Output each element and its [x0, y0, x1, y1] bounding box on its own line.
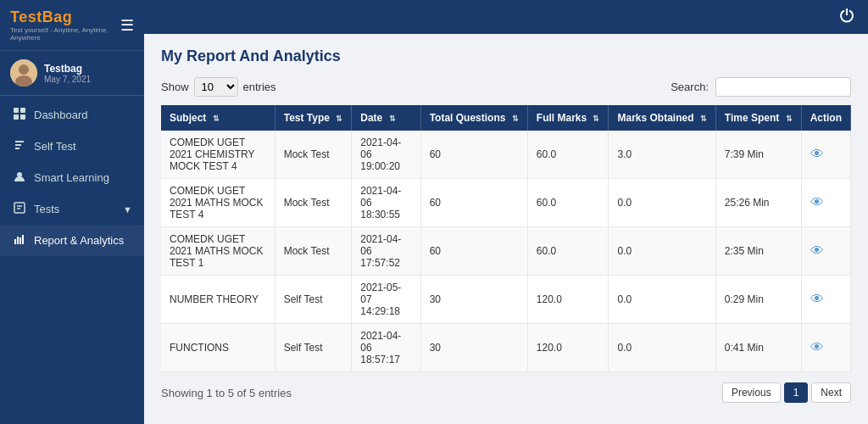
sidebar-item-tests-label: Tests [34, 203, 59, 215]
col-full-marks[interactable]: Full Marks ⇅ [527, 105, 609, 131]
view-action-icon[interactable]: 👁 [810, 147, 824, 161]
cell-marks-obtained: 0.0 [609, 227, 715, 276]
sort-icon-time-spent: ⇅ [786, 114, 793, 123]
user-section: Testbag May 7, 2021 [0, 51, 144, 96]
svg-rect-3 [14, 108, 19, 113]
cell-subject: COMEDK UGET 2021 CHEMISTRY MOCK TEST 4 [161, 131, 275, 179]
table-row: COMEDK UGET 2021 MATHS MOCK TEST 1 Mock … [161, 227, 851, 276]
pagination-controls: Previous 1 Next [722, 382, 851, 403]
entries-select[interactable]: 10 25 50 100 [194, 77, 238, 97]
cell-action: 👁 [801, 131, 850, 179]
col-total-questions[interactable]: Total Questions ⇅ [420, 105, 527, 131]
main-content: My Report And Analytics Show 10 25 50 10… [144, 0, 868, 424]
col-marks-obtained[interactable]: Marks Obtained ⇅ [609, 105, 715, 131]
user-date: May 7, 2021 [44, 75, 91, 84]
report-analytics-icon [12, 233, 27, 248]
cell-marks-obtained: 3.0 [609, 131, 715, 179]
showing-text: Showing 1 to 5 of 5 entries [161, 387, 292, 399]
hamburger-button[interactable]: ☰ [120, 16, 134, 35]
view-action-icon[interactable]: 👁 [810, 340, 824, 354]
cell-subject: FUNCTIONS [161, 324, 275, 372]
cell-date: 2021-04-06 18:57:17 [352, 324, 420, 372]
table-row: FUNCTIONS Self Test 2021-04-06 18:57:17 … [161, 324, 851, 372]
search-input[interactable] [715, 77, 851, 97]
next-button[interactable]: Next [811, 382, 851, 403]
brand-name: TestBag [10, 8, 112, 26]
cell-total-questions: 60 [420, 227, 527, 276]
cell-time-spent: 0:29 Min [715, 276, 801, 324]
show-label: Show [161, 81, 189, 93]
avatar [10, 59, 37, 86]
svg-rect-9 [14, 239, 16, 244]
brand-tagline: Test yourself - Anytime, Anytime, Anywhe… [10, 26, 112, 42]
power-button[interactable] [839, 8, 854, 26]
table-row: NUMBER THEORY Self Test 2021-05-07 14:29… [161, 276, 851, 324]
show-entries: Show 10 25 50 100 entries [161, 77, 276, 97]
self-test-icon [12, 139, 27, 153]
cell-test-type: Mock Test [275, 227, 352, 276]
cell-marks-obtained: 0.0 [609, 276, 715, 324]
cell-date: 2021-04-06 19:00:20 [352, 131, 420, 179]
cell-time-spent: 7:39 Min [715, 131, 801, 179]
cell-action: 👁 [801, 276, 850, 324]
logo: TestBag Test yourself - Anytime, Anytime… [10, 8, 112, 42]
table-header-row: Subject ⇅ Test Type ⇅ Date ⇅ Total Quest… [161, 105, 851, 131]
tests-icon [12, 202, 27, 216]
sidebar-item-report-analytics-label: Report & Analytics [34, 234, 124, 247]
sort-icon-marks-obtained: ⇅ [700, 114, 707, 123]
sidebar-item-self-test[interactable]: Self Test [0, 131, 144, 162]
cell-full-marks: 60.0 [527, 179, 609, 227]
sidebar-item-self-test-label: Self Test [34, 140, 76, 153]
sort-icon-subject: ⇅ [213, 114, 220, 123]
cell-action: 👁 [801, 179, 850, 227]
sidebar-item-dashboard[interactable]: Dashboard [0, 99, 144, 131]
cell-time-spent: 2:35 Min [715, 227, 801, 276]
col-action: Action [801, 105, 850, 131]
svg-point-1 [19, 64, 29, 75]
cell-date: 2021-04-06 17:57:52 [352, 227, 420, 276]
cell-total-questions: 30 [420, 276, 527, 324]
sidebar-item-report-analytics[interactable]: Report & Analytics [0, 225, 144, 256]
sidebar-item-smart-learning[interactable]: Smart Learning [0, 162, 144, 193]
view-action-icon[interactable]: 👁 [810, 195, 824, 209]
cell-subject: NUMBER THEORY [161, 276, 275, 324]
sidebar-item-smart-learning-label: Smart Learning [34, 171, 109, 184]
cell-subject: COMEDK UGET 2021 MATHS MOCK TEST 1 [161, 227, 275, 276]
table-row: COMEDK UGET 2021 MATHS MOCK TEST 4 Mock … [161, 179, 851, 227]
data-table: Subject ⇅ Test Type ⇅ Date ⇅ Total Quest… [161, 105, 851, 372]
user-name: Testbag [44, 63, 91, 75]
cell-date: 2021-05-07 14:29:18 [352, 276, 420, 324]
cell-full-marks: 60.0 [527, 131, 609, 179]
cell-time-spent: 25:26 Min [715, 179, 801, 227]
cell-total-questions: 60 [420, 179, 527, 227]
cell-test-type: Self Test [275, 324, 352, 372]
sidebar-item-tests[interactable]: Tests ▼ [0, 193, 144, 225]
col-date[interactable]: Date ⇅ [352, 105, 420, 131]
previous-button[interactable]: Previous [722, 382, 781, 403]
cell-total-questions: 30 [420, 324, 527, 372]
sidebar: TestBag Test yourself - Anytime, Anytime… [0, 0, 144, 424]
sort-icon-date: ⇅ [389, 114, 396, 123]
svg-rect-5 [14, 114, 19, 120]
dashboard-icon [12, 108, 27, 122]
tests-arrow-icon: ▼ [123, 204, 132, 215]
view-action-icon[interactable]: 👁 [810, 292, 824, 306]
svg-rect-4 [20, 108, 25, 113]
page-1-button[interactable]: 1 [784, 382, 809, 403]
table-controls: Show 10 25 50 100 entries Search: [161, 77, 851, 97]
col-time-spent[interactable]: Time Spent ⇅ [715, 105, 801, 131]
view-action-icon[interactable]: 👁 [810, 243, 824, 258]
search-label: Search: [670, 81, 709, 93]
content-area: My Report And Analytics Show 10 25 50 10… [144, 34, 868, 424]
sort-icon-test-type: ⇅ [336, 114, 342, 123]
cell-subject: COMEDK UGET 2021 MATHS MOCK TEST 4 [161, 179, 275, 227]
col-test-type[interactable]: Test Type ⇅ [275, 105, 352, 131]
cell-marks-obtained: 0.0 [609, 179, 715, 227]
sidebar-header: TestBag Test yourself - Anytime, Anytime… [0, 0, 144, 51]
svg-rect-12 [22, 235, 24, 244]
user-info: Testbag May 7, 2021 [44, 63, 91, 84]
cell-test-type: Mock Test [275, 179, 352, 227]
col-subject[interactable]: Subject ⇅ [161, 105, 275, 131]
cell-date: 2021-04-06 18:30:55 [352, 179, 420, 227]
pagination-area: Showing 1 to 5 of 5 entries Previous 1 N… [161, 382, 851, 403]
